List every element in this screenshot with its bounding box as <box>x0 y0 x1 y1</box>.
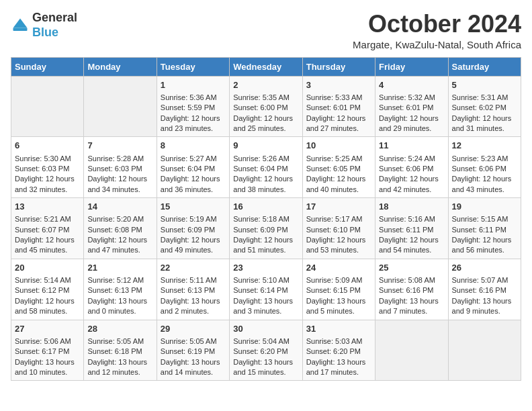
day-info: and 42 minutes. <box>379 185 444 195</box>
day-info: Daylight: 12 hours <box>379 174 444 184</box>
day-info: Daylight: 12 hours <box>306 113 371 124</box>
day-info: Sunset: 6:08 PM <box>87 225 152 235</box>
day-number: 16 <box>233 201 298 213</box>
day-info: Sunset: 6:16 PM <box>379 285 444 295</box>
day-info: and 56 minutes. <box>452 245 517 255</box>
day-info: Sunset: 6:15 PM <box>306 285 371 295</box>
day-info: Daylight: 13 hours <box>379 296 444 306</box>
day-number: 4 <box>379 79 444 91</box>
day-info: Sunset: 6:06 PM <box>379 164 444 174</box>
day-info: Sunset: 6:12 PM <box>15 285 80 295</box>
calendar-cell: 21Sunrise: 5:12 AMSunset: 6:13 PMDayligh… <box>84 259 157 320</box>
day-info: and 14 minutes. <box>161 367 226 377</box>
day-number: 5 <box>452 79 517 91</box>
day-info: Sunrise: 5:30 AM <box>15 154 80 164</box>
day-number: 20 <box>15 262 80 274</box>
day-info: Sunrise: 5:21 AM <box>15 214 80 224</box>
day-info: and 0 minutes. <box>87 306 152 316</box>
day-info: and 2 minutes. <box>161 306 226 316</box>
day-info: Sunset: 6:01 PM <box>379 103 444 113</box>
calendar-cell: 14Sunrise: 5:20 AMSunset: 6:08 PMDayligh… <box>84 198 157 259</box>
calendar-table: SundayMondayTuesdayWednesdayThursdayFrid… <box>11 57 521 381</box>
calendar-cell: 12Sunrise: 5:23 AMSunset: 6:06 PMDayligh… <box>448 137 521 198</box>
day-info: Sunset: 6:16 PM <box>452 285 517 295</box>
day-number: 26 <box>452 262 517 274</box>
calendar-week-row: 1Sunrise: 5:36 AMSunset: 5:59 PMDaylight… <box>11 76 521 137</box>
day-info: Sunset: 6:20 PM <box>306 347 371 357</box>
day-info: Daylight: 13 hours <box>306 357 371 367</box>
day-info: Sunrise: 5:05 AM <box>161 336 226 347</box>
day-info: Sunset: 6:18 PM <box>87 347 152 357</box>
day-info: Daylight: 12 hours <box>452 174 517 184</box>
day-info: Daylight: 12 hours <box>306 174 371 184</box>
calendar-cell: 13Sunrise: 5:21 AMSunset: 6:07 PMDayligh… <box>11 198 84 259</box>
calendar-cell: 30Sunrise: 5:04 AMSunset: 6:20 PMDayligh… <box>230 320 302 381</box>
day-number: 13 <box>15 201 80 213</box>
day-info: Sunrise: 5:06 AM <box>15 336 80 347</box>
day-info: Sunrise: 5:15 AM <box>452 214 517 224</box>
calendar-cell: 18Sunrise: 5:16 AMSunset: 6:11 PMDayligh… <box>375 198 448 259</box>
day-number: 1 <box>161 79 226 91</box>
day-info: Sunset: 6:02 PM <box>452 103 517 113</box>
day-info: and 38 minutes. <box>233 185 298 195</box>
day-number: 15 <box>161 201 226 213</box>
day-info: Sunrise: 5:08 AM <box>379 275 444 285</box>
logo-icon <box>11 16 30 35</box>
day-number: 12 <box>452 140 517 152</box>
day-info: Sunrise: 5:12 AM <box>87 275 152 285</box>
day-info: Sunset: 6:09 PM <box>161 225 226 235</box>
calendar-cell: 9Sunrise: 5:26 AMSunset: 6:04 PMDaylight… <box>230 137 302 198</box>
calendar-week-row: 13Sunrise: 5:21 AMSunset: 6:07 PMDayligh… <box>11 198 521 259</box>
day-number: 22 <box>161 262 226 274</box>
day-info: Sunrise: 5:07 AM <box>452 275 517 285</box>
day-info: Sunset: 6:20 PM <box>233 347 298 357</box>
day-info: and 54 minutes. <box>379 245 444 255</box>
calendar-cell: 29Sunrise: 5:05 AMSunset: 6:19 PMDayligh… <box>157 320 229 381</box>
calendar-cell <box>84 76 157 137</box>
calendar-cell: 16Sunrise: 5:18 AMSunset: 6:09 PMDayligh… <box>230 198 302 259</box>
day-info: Daylight: 12 hours <box>452 113 517 124</box>
title-block: October 2024 Margate, KwaZulu-Natal, Sou… <box>353 11 521 50</box>
calendar-cell: 23Sunrise: 5:10 AMSunset: 6:14 PMDayligh… <box>230 259 302 320</box>
day-info: Daylight: 12 hours <box>15 235 80 245</box>
day-info: Sunset: 6:01 PM <box>306 103 371 113</box>
day-info: and 7 minutes. <box>379 306 444 316</box>
day-number: 24 <box>306 262 371 274</box>
day-info: Sunset: 6:09 PM <box>233 225 298 235</box>
day-info: and 53 minutes. <box>306 245 371 255</box>
day-number: 7 <box>87 140 152 152</box>
calendar-cell: 28Sunrise: 5:05 AMSunset: 6:18 PMDayligh… <box>84 320 157 381</box>
svg-rect-1 <box>13 28 28 30</box>
day-info: Daylight: 12 hours <box>87 235 152 245</box>
month-title: October 2024 <box>353 11 521 38</box>
calendar-week-row: 20Sunrise: 5:14 AMSunset: 6:12 PMDayligh… <box>11 259 521 320</box>
day-info: Daylight: 12 hours <box>161 174 226 184</box>
day-number: 19 <box>452 201 517 213</box>
day-info: Sunset: 6:05 PM <box>306 164 371 174</box>
day-info: Daylight: 12 hours <box>233 235 298 245</box>
day-info: Daylight: 12 hours <box>15 296 80 306</box>
calendar-cell: 15Sunrise: 5:19 AMSunset: 6:09 PMDayligh… <box>157 198 229 259</box>
day-info: Daylight: 13 hours <box>161 296 226 306</box>
calendar-header-wednesday: Wednesday <box>230 57 302 76</box>
day-info: Daylight: 12 hours <box>379 235 444 245</box>
day-number: 10 <box>306 140 371 152</box>
calendar-header-monday: Monday <box>84 57 157 76</box>
calendar-header-friday: Friday <box>375 57 448 76</box>
day-info: Sunset: 6:06 PM <box>452 164 517 174</box>
day-info: and 32 minutes. <box>15 185 80 195</box>
day-info: Sunrise: 5:25 AM <box>306 154 371 164</box>
day-info: and 51 minutes. <box>233 245 298 255</box>
day-number: 17 <box>306 201 371 213</box>
day-number: 21 <box>87 262 152 274</box>
day-info: Sunrise: 5:35 AM <box>233 93 298 103</box>
day-info: and 40 minutes. <box>306 185 371 195</box>
calendar-cell: 1Sunrise: 5:36 AMSunset: 5:59 PMDaylight… <box>157 76 229 137</box>
calendar-cell: 27Sunrise: 5:06 AMSunset: 6:17 PMDayligh… <box>11 320 84 381</box>
location-subtitle: Margate, KwaZulu-Natal, South Africa <box>353 39 521 50</box>
day-number: 29 <box>161 323 226 335</box>
day-info: and 36 minutes. <box>161 185 226 195</box>
day-number: 2 <box>233 79 298 91</box>
day-info: Sunrise: 5:11 AM <box>161 275 226 285</box>
day-info: Sunrise: 5:10 AM <box>233 275 298 285</box>
